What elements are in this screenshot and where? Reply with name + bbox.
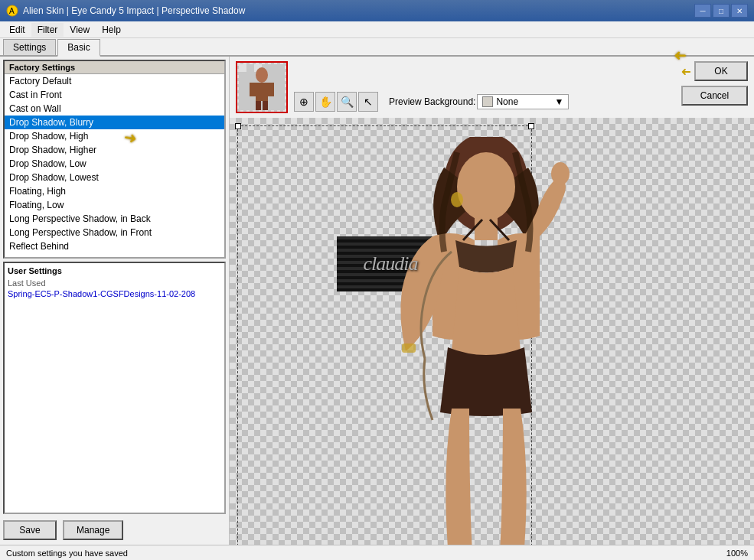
- svg-rect-8: [256, 83, 268, 101]
- svg-rect-9: [250, 83, 256, 96]
- svg-rect-15: [475, 217, 498, 240]
- status-text: Custom settings you have saved: [6, 549, 128, 558]
- cancel-button[interactable]: Cancel: [681, 86, 748, 106]
- manage-button[interactable]: Manage: [63, 520, 123, 540]
- menu-bar: Edit Filter View Help: [0, 21, 754, 38]
- menu-filter[interactable]: Filter: [31, 23, 64, 37]
- pointer-button[interactable]: ↖: [358, 92, 378, 112]
- settings-header: Factory Settings: [5, 61, 224, 74]
- right-panel: ⊕ ✋ 🔍 ↖ Preview Background: None ▼ ➜ OK …: [230, 57, 754, 545]
- ok-cancel-panel: ➜ OK Cancel: [681, 61, 748, 106]
- tabs-bar: Settings Basic: [0, 38, 754, 57]
- list-item-drop-shadow-higher[interactable]: Drop Shadow, Higher: [5, 143, 224, 157]
- list-item-drop-shadow-lowest[interactable]: Drop Shadow, Lowest: [5, 171, 224, 184]
- svg-point-19: [451, 192, 463, 207]
- ok-cursor-arrow: ➜: [681, 64, 691, 79]
- preview-area[interactable]: claudia: [230, 118, 754, 545]
- main-area: Factory Settings Factory Default Cast in…: [0, 57, 754, 545]
- list-item-long-perspective-back[interactable]: Long Perspective Shadow, in Back: [5, 212, 224, 226]
- factory-settings-box: Factory Settings Factory Default Cast in…: [3, 60, 226, 259]
- status-bar: Custom settings you have saved 100%: [0, 545, 754, 560]
- thumbnail-frame: [236, 61, 288, 113]
- list-item-factory-default[interactable]: Factory Default: [5, 74, 224, 88]
- preview-bg-color-swatch: [482, 96, 493, 107]
- menu-edit[interactable]: Edit: [3, 23, 31, 37]
- claudia-logo-area: claudia: [337, 236, 444, 291]
- user-settings-box: User Settings Last Used Spring-EC5-P-Sha…: [3, 262, 226, 514]
- svg-point-18: [551, 162, 570, 185]
- settings-list[interactable]: Factory Default Cast in Front Cast on Wa…: [5, 74, 224, 253]
- svg-text:A: A: [9, 7, 15, 15]
- list-item-drop-shadow-high[interactable]: Drop Shadow, High: [5, 129, 224, 143]
- menu-view[interactable]: View: [64, 23, 96, 37]
- zoom-level: 100%: [726, 549, 748, 558]
- svg-point-7: [256, 67, 268, 83]
- preview-bg-dropdown-arrow: ▼: [555, 96, 564, 107]
- menu-help[interactable]: Help: [96, 23, 127, 37]
- svg-rect-11: [256, 101, 261, 110]
- preview-bg-select[interactable]: None ▼: [477, 94, 569, 109]
- list-item-floating-low[interactable]: Floating, Low: [5, 198, 224, 212]
- user-settings-last-used-value[interactable]: Spring-EC5-P-Shadow1-CGSFDesigns-11-02-2…: [8, 289, 221, 298]
- zoom-in-button[interactable]: 🔍: [337, 92, 357, 112]
- title-bar-controls[interactable]: ─ □ ✕: [694, 4, 748, 18]
- user-settings-last-used-label: Last Used: [8, 278, 221, 288]
- list-item-drop-shadow-low[interactable]: Drop Shadow, Low: [5, 157, 224, 171]
- title-bar-left: A Alien Skin | Eye Candy 5 Impact | Pers…: [6, 5, 245, 17]
- svg-rect-3: [239, 64, 246, 72]
- tab-basic[interactable]: Basic: [57, 39, 100, 57]
- zoom-marquee-button[interactable]: ⊕: [294, 92, 314, 112]
- maximize-button[interactable]: □: [713, 4, 730, 18]
- svg-rect-20: [402, 343, 416, 353]
- minimize-button[interactable]: ─: [694, 4, 711, 18]
- app-icon: A: [6, 5, 18, 17]
- save-button[interactable]: Save: [3, 520, 57, 540]
- list-item-cast-in-front[interactable]: Cast in Front: [5, 88, 224, 102]
- pan-button[interactable]: ✋: [315, 92, 335, 112]
- list-item-reflect-behind[interactable]: Reflect Behind: [5, 239, 224, 253]
- preview-bg-label: Preview Background:: [389, 96, 475, 107]
- title-bar: A Alien Skin | Eye Candy 5 Impact | Pers…: [0, 0, 754, 21]
- thumbnail-image: [239, 64, 285, 110]
- claudia-logo-text: claudia: [364, 252, 418, 275]
- preview-bg-option: None: [496, 96, 518, 107]
- list-item-floating-high[interactable]: Floating, High: [5, 184, 224, 198]
- left-panel: Factory Settings Factory Default Cast in…: [0, 57, 230, 545]
- woman-figure: [333, 137, 609, 545]
- svg-point-14: [457, 152, 515, 221]
- svg-rect-10: [268, 83, 274, 96]
- tab-settings[interactable]: Settings: [3, 39, 56, 55]
- list-item-cast-on-wall[interactable]: Cast on Wall: [5, 102, 224, 116]
- svg-rect-6: [239, 72, 246, 80]
- bottom-buttons: Save Manage: [3, 517, 226, 542]
- svg-rect-4: [246, 64, 254, 72]
- user-settings-header: User Settings: [8, 266, 221, 275]
- title-bar-title: Alien Skin | Eye Candy 5 Impact | Perspe…: [23, 5, 245, 16]
- ok-button[interactable]: OK: [694, 61, 748, 81]
- close-button[interactable]: ✕: [731, 4, 748, 18]
- toolbar-tools: ⊕ ✋ 🔍 ↖ Preview Background: None ▼: [294, 92, 569, 112]
- svg-rect-12: [263, 101, 268, 110]
- list-item-drop-shadow-blurry[interactable]: Drop Shadow, Blurry: [5, 116, 224, 129]
- list-item-long-perspective-front[interactable]: Long Perspective Shadow, in Front: [5, 226, 224, 239]
